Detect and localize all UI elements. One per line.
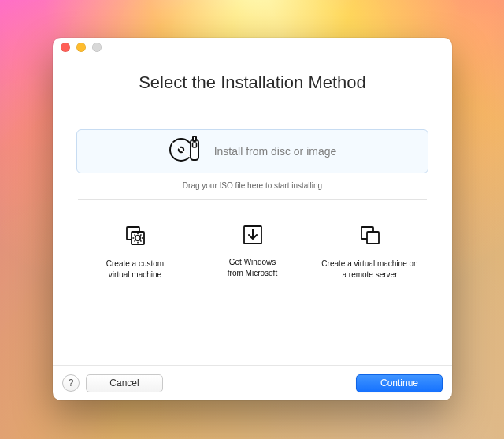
custom-vm-option[interactable]: Create a custom virtual machine bbox=[80, 224, 191, 280]
download-icon bbox=[242, 224, 264, 257]
installer-window: Select the Installation Method Install f… bbox=[53, 38, 452, 400]
get-windows-option[interactable]: Get Windows from Microsoft bbox=[198, 224, 308, 280]
install-from-disc-label: Install from disc or image bbox=[214, 145, 337, 158]
svg-rect-3 bbox=[193, 136, 196, 141]
get-windows-label: Get Windows from Microsoft bbox=[228, 257, 277, 278]
disc-image-icon bbox=[169, 136, 203, 167]
window-content: Select the Installation Method Install f… bbox=[53, 57, 452, 365]
section-divider bbox=[78, 199, 427, 200]
svg-line-14 bbox=[134, 240, 135, 241]
remote-server-icon bbox=[358, 224, 382, 259]
cancel-button[interactable]: Cancel bbox=[86, 374, 163, 392]
drag-iso-hint: Drag your ISO file here to start install… bbox=[76, 181, 428, 190]
help-button[interactable]: ? bbox=[62, 374, 80, 392]
close-icon[interactable] bbox=[61, 43, 70, 52]
secondary-options: Create a custom virtual machine Get Wind… bbox=[76, 224, 428, 280]
continue-button[interactable]: Continue bbox=[356, 374, 443, 392]
install-from-disc-option[interactable]: Install from disc or image bbox=[76, 129, 428, 173]
remote-server-label: Create a virtual machine on a remote ser… bbox=[321, 259, 417, 280]
svg-rect-19 bbox=[367, 232, 379, 244]
window-titlebar bbox=[53, 38, 452, 57]
page-title: Select the Installation Method bbox=[76, 73, 428, 93]
custom-vm-icon bbox=[124, 224, 147, 259]
remote-server-option[interactable]: Create a virtual machine on a remote ser… bbox=[315, 224, 425, 280]
minimize-icon[interactable] bbox=[76, 43, 86, 52]
custom-vm-label: Create a custom virtual machine bbox=[106, 259, 164, 280]
svg-line-13 bbox=[140, 240, 141, 241]
svg-line-12 bbox=[134, 235, 135, 236]
zoom-icon bbox=[92, 43, 102, 52]
svg-line-15 bbox=[140, 235, 141, 236]
footer: ? Cancel Continue bbox=[53, 365, 452, 400]
